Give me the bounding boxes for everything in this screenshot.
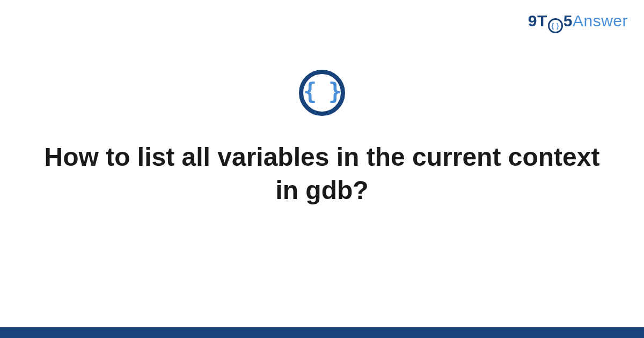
- code-braces-icon: { }: [303, 80, 341, 103]
- logo-text-answer: Answer: [573, 12, 628, 30]
- page-title: How to list all variables in the current…: [32, 141, 612, 208]
- logo-circle-icon: { }: [548, 18, 563, 33]
- footer-accent-bar: [0, 327, 644, 338]
- site-logo: 9T { } 5 Answer: [528, 12, 628, 32]
- logo-text-9t: 9T: [528, 12, 547, 30]
- logo-braces-icon: { }: [551, 22, 559, 29]
- category-icon-circle: { }: [299, 70, 345, 116]
- logo-text-5: 5: [564, 12, 573, 30]
